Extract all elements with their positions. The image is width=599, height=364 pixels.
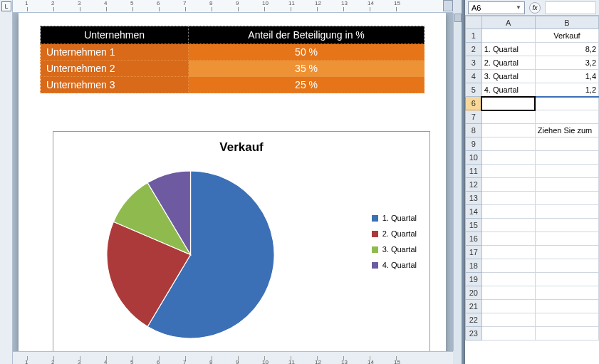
cell[interactable] bbox=[535, 151, 598, 165]
cell[interactable] bbox=[481, 300, 535, 313]
cell[interactable] bbox=[481, 273, 535, 286]
legend-swatch bbox=[372, 215, 378, 222]
legend-swatch bbox=[372, 246, 378, 253]
cell[interactable] bbox=[481, 219, 535, 232]
cell[interactable]: 1,2 bbox=[535, 83, 598, 97]
row-header[interactable]: 17 bbox=[466, 246, 482, 259]
bottom-ruler: 123456789101112131415 bbox=[13, 351, 453, 364]
name-box[interactable]: A6 ▼ bbox=[468, 1, 525, 14]
spreadsheet-grid[interactable]: A B 1Verkauf21. Quartal8,232. Quartal3,2… bbox=[465, 16, 599, 364]
document-area[interactable]: Unternehmen Anteil der Beteiligung in % … bbox=[13, 13, 453, 351]
col-header-b[interactable]: B bbox=[535, 16, 598, 29]
row-header[interactable]: 19 bbox=[466, 273, 482, 286]
pie-svg bbox=[103, 167, 278, 342]
cell[interactable] bbox=[481, 205, 535, 219]
row-header[interactable]: 11 bbox=[466, 165, 482, 178]
cell[interactable] bbox=[535, 327, 598, 340]
cell[interactable] bbox=[535, 137, 598, 151]
row-header[interactable]: 22 bbox=[466, 313, 482, 327]
cell[interactable] bbox=[535, 192, 598, 205]
legend-item: 3. Quartal bbox=[372, 245, 417, 254]
cell[interactable] bbox=[481, 286, 535, 300]
cell[interactable] bbox=[535, 165, 598, 178]
cell[interactable]: 1. Quartal bbox=[481, 43, 535, 56]
row-header[interactable]: 7 bbox=[466, 110, 482, 124]
row-header[interactable]: 1 bbox=[466, 29, 482, 43]
pie-chart[interactable]: Verkauf 1. Quartal2. Quartal3. Quartal4.… bbox=[53, 131, 430, 351]
cell[interactable] bbox=[535, 300, 598, 313]
row-header[interactable]: 18 bbox=[466, 259, 482, 273]
cell[interactable] bbox=[481, 313, 535, 327]
cell[interactable] bbox=[481, 259, 535, 273]
legend-swatch bbox=[372, 262, 378, 269]
cell[interactable] bbox=[481, 246, 535, 259]
row-header[interactable]: 12 bbox=[466, 178, 482, 192]
row-header[interactable]: 10 bbox=[466, 151, 482, 165]
legend-item: 1. Quartal bbox=[372, 214, 417, 222]
cell[interactable] bbox=[535, 273, 598, 286]
row-header[interactable]: 5 bbox=[466, 83, 482, 97]
row-header[interactable]: 9 bbox=[466, 137, 482, 151]
cell[interactable] bbox=[481, 110, 535, 124]
cell[interactable] bbox=[481, 97, 535, 110]
horizontal-ruler[interactable]: 123456789101112131415 bbox=[13, 0, 453, 13]
cell[interactable]: 3. Quartal bbox=[481, 70, 535, 83]
page: Unternehmen Anteil der Beteiligung in % … bbox=[19, 13, 446, 351]
cell[interactable] bbox=[535, 97, 598, 110]
cell[interactable] bbox=[481, 124, 535, 137]
row-header[interactable]: 14 bbox=[466, 205, 482, 219]
th-company: Unternehmen bbox=[41, 26, 189, 44]
cell[interactable]: 3,2 bbox=[535, 56, 598, 70]
legend-swatch bbox=[372, 231, 378, 237]
cell[interactable]: 4. Quartal bbox=[481, 83, 535, 97]
cell[interactable]: Ziehen Sie zum bbox=[535, 124, 598, 137]
row-header[interactable]: 20 bbox=[466, 286, 482, 300]
ruler-scroll-button[interactable] bbox=[443, 0, 453, 11]
row-header[interactable]: 21 bbox=[466, 300, 482, 313]
tab-selector-icon[interactable]: L bbox=[1, 1, 11, 11]
row-header[interactable]: 8 bbox=[466, 124, 482, 137]
cell[interactable] bbox=[535, 246, 598, 259]
cell[interactable] bbox=[535, 286, 598, 300]
row-header[interactable]: 23 bbox=[466, 327, 482, 340]
company-table[interactable]: Unternehmen Anteil der Beteiligung in % … bbox=[40, 26, 424, 93]
select-all-corner[interactable] bbox=[466, 16, 482, 29]
cell[interactable] bbox=[481, 137, 535, 151]
fx-icon[interactable]: fx bbox=[529, 2, 541, 14]
row-header[interactable]: 3 bbox=[466, 56, 482, 70]
col-header-a[interactable]: A bbox=[481, 16, 535, 29]
table-row: Unternehmen 1 50 % bbox=[41, 44, 424, 61]
cell[interactable] bbox=[481, 151, 535, 165]
cell[interactable] bbox=[535, 178, 598, 192]
cell[interactable] bbox=[535, 259, 598, 273]
cell[interactable] bbox=[535, 219, 598, 232]
row-header[interactable]: 6 bbox=[466, 97, 482, 110]
scroll-up-icon[interactable] bbox=[454, 14, 462, 22]
cell[interactable] bbox=[535, 313, 598, 327]
cell[interactable] bbox=[481, 29, 535, 43]
cell[interactable]: 2. Quartal bbox=[481, 56, 535, 70]
cell[interactable] bbox=[481, 232, 535, 246]
formula-bar[interactable] bbox=[545, 1, 596, 14]
row-header[interactable]: 16 bbox=[466, 232, 482, 246]
vertical-ruler[interactable]: L bbox=[0, 0, 13, 364]
cell[interactable] bbox=[535, 205, 598, 219]
cell[interactable]: 1,4 bbox=[535, 70, 598, 83]
cell[interactable] bbox=[481, 165, 535, 178]
cell[interactable] bbox=[481, 327, 535, 340]
cell[interactable] bbox=[481, 178, 535, 192]
cell[interactable] bbox=[535, 232, 598, 246]
row-header[interactable]: 4 bbox=[466, 70, 482, 83]
cell[interactable] bbox=[481, 192, 535, 205]
cell[interactable]: 8,2 bbox=[535, 43, 598, 56]
vertical-scrollbar[interactable] bbox=[453, 13, 462, 351]
row-header[interactable]: 2 bbox=[466, 43, 482, 56]
app-root: L 123456789101112131415 Unternehmen Ante… bbox=[0, 0, 599, 364]
chevron-down-icon[interactable]: ▼ bbox=[516, 4, 521, 11]
row-header[interactable]: 13 bbox=[466, 192, 482, 205]
legend-label: 1. Quartal bbox=[382, 214, 417, 222]
row-header[interactable]: 15 bbox=[466, 219, 482, 232]
formula-bar-row: A6 ▼ fx bbox=[465, 0, 599, 16]
cell[interactable]: Verkauf bbox=[535, 29, 598, 43]
cell[interactable] bbox=[535, 110, 598, 124]
